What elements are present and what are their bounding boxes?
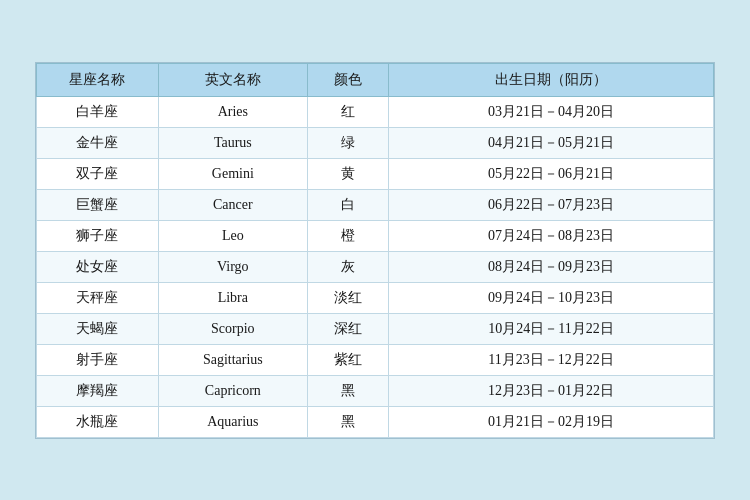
cell-english: Capricorn — [158, 375, 307, 406]
cell-color: 红 — [307, 96, 388, 127]
table-row: 天蝎座Scorpio深红10月24日－11月22日 — [37, 313, 714, 344]
cell-english: Scorpio — [158, 313, 307, 344]
table-row: 天秤座Libra淡红09月24日－10月23日 — [37, 282, 714, 313]
cell-chinese: 射手座 — [37, 344, 159, 375]
table-row: 金牛座Taurus绿04月21日－05月21日 — [37, 127, 714, 158]
cell-date: 09月24日－10月23日 — [389, 282, 714, 313]
cell-chinese: 摩羯座 — [37, 375, 159, 406]
header-color: 颜色 — [307, 63, 388, 96]
cell-english: Gemini — [158, 158, 307, 189]
cell-english: Cancer — [158, 189, 307, 220]
cell-date: 01月21日－02月19日 — [389, 406, 714, 437]
cell-english: Libra — [158, 282, 307, 313]
cell-date: 05月22日－06月21日 — [389, 158, 714, 189]
cell-color: 黑 — [307, 406, 388, 437]
cell-chinese: 白羊座 — [37, 96, 159, 127]
cell-color: 绿 — [307, 127, 388, 158]
cell-color: 淡红 — [307, 282, 388, 313]
cell-date: 04月21日－05月21日 — [389, 127, 714, 158]
cell-chinese: 狮子座 — [37, 220, 159, 251]
cell-color: 紫红 — [307, 344, 388, 375]
cell-chinese: 处女座 — [37, 251, 159, 282]
table-row: 射手座Sagittarius紫红11月23日－12月22日 — [37, 344, 714, 375]
table-row: 处女座Virgo灰08月24日－09月23日 — [37, 251, 714, 282]
cell-chinese: 天秤座 — [37, 282, 159, 313]
header-date: 出生日期（阳历） — [389, 63, 714, 96]
cell-color: 黑 — [307, 375, 388, 406]
cell-english: Sagittarius — [158, 344, 307, 375]
table-row: 狮子座Leo橙07月24日－08月23日 — [37, 220, 714, 251]
cell-color: 深红 — [307, 313, 388, 344]
cell-english: Taurus — [158, 127, 307, 158]
cell-chinese: 天蝎座 — [37, 313, 159, 344]
cell-chinese: 金牛座 — [37, 127, 159, 158]
cell-english: Leo — [158, 220, 307, 251]
cell-english: Aries — [158, 96, 307, 127]
cell-date: 08月24日－09月23日 — [389, 251, 714, 282]
cell-date: 06月22日－07月23日 — [389, 189, 714, 220]
cell-color: 黄 — [307, 158, 388, 189]
cell-color: 橙 — [307, 220, 388, 251]
table-row: 水瓶座Aquarius黑01月21日－02月19日 — [37, 406, 714, 437]
cell-date: 07月24日－08月23日 — [389, 220, 714, 251]
table-header-row: 星座名称 英文名称 颜色 出生日期（阳历） — [37, 63, 714, 96]
header-english: 英文名称 — [158, 63, 307, 96]
cell-color: 灰 — [307, 251, 388, 282]
cell-date: 10月24日－11月22日 — [389, 313, 714, 344]
cell-chinese: 水瓶座 — [37, 406, 159, 437]
cell-chinese: 双子座 — [37, 158, 159, 189]
cell-english: Virgo — [158, 251, 307, 282]
header-chinese: 星座名称 — [37, 63, 159, 96]
table-row: 巨蟹座Cancer白06月22日－07月23日 — [37, 189, 714, 220]
cell-english: Aquarius — [158, 406, 307, 437]
cell-color: 白 — [307, 189, 388, 220]
cell-date: 03月21日－04月20日 — [389, 96, 714, 127]
zodiac-table-container: 星座名称 英文名称 颜色 出生日期（阳历） 白羊座Aries红03月21日－04… — [35, 62, 715, 439]
cell-date: 12月23日－01月22日 — [389, 375, 714, 406]
cell-date: 11月23日－12月22日 — [389, 344, 714, 375]
cell-chinese: 巨蟹座 — [37, 189, 159, 220]
table-row: 双子座Gemini黄05月22日－06月21日 — [37, 158, 714, 189]
table-row: 摩羯座Capricorn黑12月23日－01月22日 — [37, 375, 714, 406]
zodiac-table: 星座名称 英文名称 颜色 出生日期（阳历） 白羊座Aries红03月21日－04… — [36, 63, 714, 438]
table-row: 白羊座Aries红03月21日－04月20日 — [37, 96, 714, 127]
